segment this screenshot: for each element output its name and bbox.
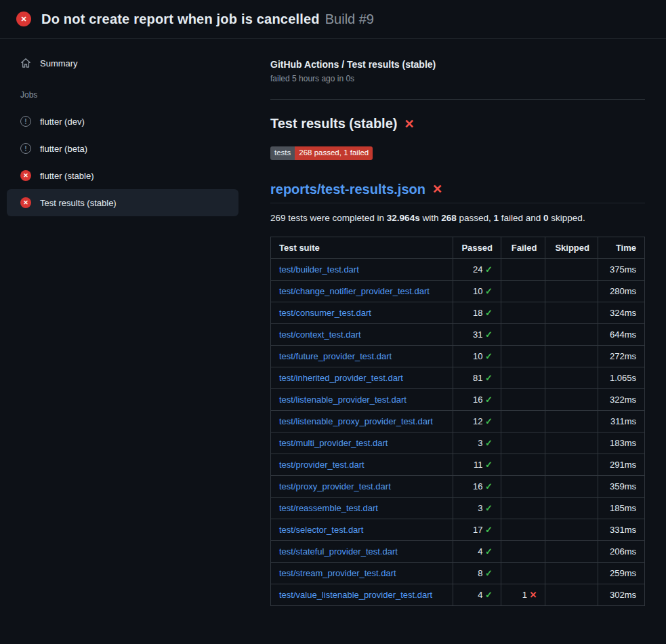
x-icon: ✕ bbox=[530, 590, 537, 600]
time-cell: 359ms bbox=[598, 475, 644, 497]
suite-link[interactable]: test/consumer_test.dart bbox=[279, 308, 371, 318]
results-table: Test suitePassedFailedSkippedTime test/b… bbox=[270, 237, 645, 606]
passed-cell: 16 ✓ bbox=[453, 475, 501, 497]
x-circle-icon: ✕ bbox=[20, 170, 31, 181]
failed-cell bbox=[501, 345, 545, 367]
passed-cell: 16 ✓ bbox=[453, 388, 501, 410]
x-circle-icon: ✕ bbox=[20, 197, 31, 208]
summary-passed-count: 268 bbox=[441, 213, 457, 223]
failed-cell bbox=[501, 367, 545, 388]
table-row: test/value_listenable_provider_test.dart… bbox=[271, 584, 645, 605]
failed-status-icon: ✕ bbox=[16, 12, 31, 26]
home-icon bbox=[20, 58, 31, 68]
build-header: ✕ Do not create report when job is cance… bbox=[0, 0, 666, 39]
passed-cell: 3 ✓ bbox=[453, 497, 501, 519]
time-cell: 206ms bbox=[598, 540, 644, 562]
skipped-cell bbox=[545, 302, 598, 323]
sidebar-item-summary[interactable]: Summary bbox=[7, 49, 238, 77]
check-icon: ✓ bbox=[485, 308, 493, 318]
skipped-cell bbox=[545, 454, 598, 475]
table-row: test/proxy_provider_test.dart16 ✓359ms bbox=[271, 475, 645, 497]
skipped-cell bbox=[545, 562, 598, 584]
time-cell: 183ms bbox=[598, 432, 644, 454]
failed-cell bbox=[501, 258, 545, 280]
suite-link[interactable]: test/stream_provider_test.dart bbox=[279, 568, 396, 578]
sidebar-item-job[interactable]: !flutter (dev) bbox=[7, 108, 238, 135]
suite-cell: test/future_provider_test.dart bbox=[271, 345, 453, 367]
suite-link[interactable]: test/value_listenable_provider_test.dart bbox=[279, 590, 432, 600]
table-row: test/listenable_provider_test.dart16 ✓32… bbox=[271, 388, 645, 410]
suite-link[interactable]: test/change_notifier_provider_test.dart bbox=[279, 286, 430, 296]
suite-link[interactable]: test/inherited_provider_test.dart bbox=[279, 373, 403, 383]
suite-cell: test/listenable_provider_test.dart bbox=[271, 388, 453, 410]
suite-link[interactable]: test/provider_test.dart bbox=[279, 460, 365, 470]
failed-cell bbox=[501, 562, 545, 584]
check-icon: ✓ bbox=[485, 568, 493, 578]
passed-cell: 12 ✓ bbox=[453, 410, 501, 432]
summary-sentence: 269 tests were completed in 32.964s with… bbox=[270, 213, 645, 223]
suite-link[interactable]: test/builder_test.dart bbox=[279, 264, 359, 275]
badge-value: 268 passed, 1 failed bbox=[295, 146, 373, 160]
alert-circle-icon: ! bbox=[20, 143, 31, 154]
suite-link[interactable]: test/reassemble_test.dart bbox=[279, 503, 378, 513]
failed-cell bbox=[501, 475, 545, 497]
time-cell: 259ms bbox=[598, 562, 644, 584]
report-link[interactable]: reports/test-results.json bbox=[270, 182, 425, 197]
table-row: test/reassemble_test.dart3 ✓185ms bbox=[271, 497, 645, 519]
section-title-text: Test results (stable) bbox=[270, 116, 397, 132]
column-header: Skipped bbox=[545, 237, 598, 258]
time-cell: 1.065s bbox=[598, 367, 644, 388]
check-icon: ✓ bbox=[485, 481, 493, 491]
alert-circle-icon: ! bbox=[20, 116, 31, 127]
time-cell: 302ms bbox=[598, 584, 644, 605]
summary-text-part: passed, bbox=[457, 213, 494, 223]
suite-link[interactable]: test/context_test.dart bbox=[279, 329, 361, 340]
suite-link[interactable]: test/proxy_provider_test.dart bbox=[279, 481, 391, 491]
table-row: test/change_notifier_provider_test.dart1… bbox=[271, 280, 645, 302]
passed-cell: 81 ✓ bbox=[453, 367, 501, 388]
passed-cell: 31 ✓ bbox=[453, 323, 501, 345]
suite-cell: test/builder_test.dart bbox=[271, 258, 453, 280]
suite-cell: test/inherited_provider_test.dart bbox=[271, 367, 453, 388]
passed-cell: 8 ✓ bbox=[453, 562, 501, 584]
suite-link[interactable]: test/selector_test.dart bbox=[279, 525, 363, 535]
suite-link[interactable]: test/listenable_proxy_provider_test.dart bbox=[279, 416, 433, 426]
status-line: failed 5 hours ago in 0s bbox=[270, 74, 645, 83]
skipped-cell bbox=[545, 540, 598, 562]
suite-link[interactable]: test/future_provider_test.dart bbox=[279, 351, 392, 361]
failed-cell bbox=[501, 454, 545, 475]
skipped-cell bbox=[545, 584, 598, 605]
sidebar-item-job[interactable]: ✕flutter (stable) bbox=[7, 162, 238, 189]
check-icon: ✓ bbox=[485, 395, 493, 405]
passed-cell: 10 ✓ bbox=[453, 345, 501, 367]
jobs-list: !flutter (dev)!flutter (beta)✕flutter (s… bbox=[7, 108, 238, 216]
summary-failed-count: 1 bbox=[494, 213, 499, 223]
suite-link[interactable]: test/listenable_provider_test.dart bbox=[279, 395, 407, 405]
check-icon: ✓ bbox=[485, 503, 493, 513]
table-row: test/consumer_test.dart18 ✓324ms bbox=[271, 302, 645, 323]
check-icon: ✓ bbox=[485, 460, 493, 470]
check-icon: ✓ bbox=[485, 351, 493, 361]
passed-cell: 18 ✓ bbox=[453, 302, 501, 323]
skipped-cell bbox=[545, 258, 598, 280]
table-row: test/context_test.dart31 ✓644ms bbox=[271, 323, 645, 345]
skipped-cell bbox=[545, 497, 598, 519]
suite-cell: test/stream_provider_test.dart bbox=[271, 562, 453, 584]
check-icon: ✓ bbox=[485, 546, 493, 557]
summary-skipped-count: 0 bbox=[543, 213, 549, 223]
sidebar-item-job[interactable]: ✕Test results (stable) bbox=[7, 189, 238, 216]
summary-text-part: skipped. bbox=[549, 213, 585, 223]
failed-cell bbox=[501, 540, 545, 562]
suite-link[interactable]: test/multi_provider_test.dart bbox=[279, 438, 388, 448]
passed-cell: 17 ✓ bbox=[453, 519, 501, 540]
sidebar-item-job[interactable]: !flutter (beta) bbox=[7, 135, 238, 162]
summary-text-part: 269 tests were completed in bbox=[270, 213, 387, 223]
failed-cell bbox=[501, 497, 545, 519]
skipped-cell bbox=[545, 519, 598, 540]
suite-link[interactable]: test/stateful_provider_test.dart bbox=[279, 546, 398, 557]
time-cell: 185ms bbox=[598, 497, 644, 519]
breadcrumb: GitHub Actions / Test results (stable) bbox=[270, 59, 645, 70]
time-cell: 375ms bbox=[598, 258, 644, 280]
passed-cell: 24 ✓ bbox=[453, 258, 501, 280]
summary-duration: 32.964s bbox=[387, 213, 420, 223]
